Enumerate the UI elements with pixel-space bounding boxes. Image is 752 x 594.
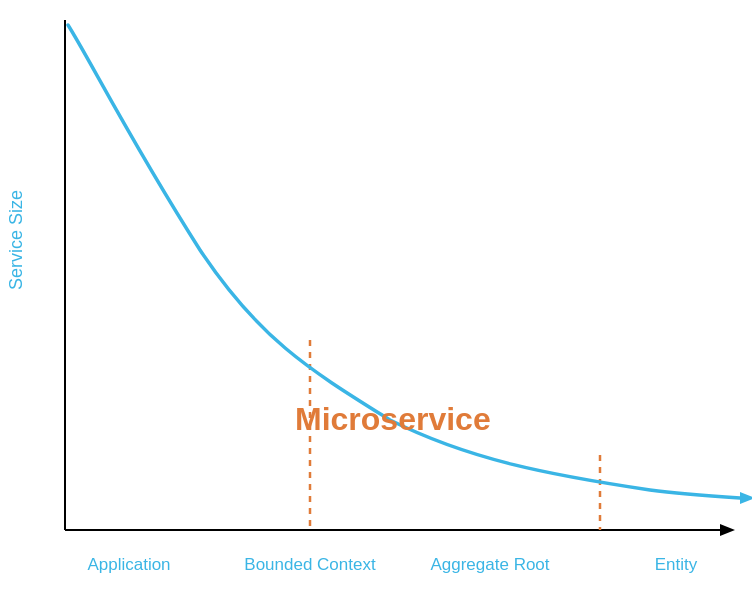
y-axis-label: Service Size <box>6 190 26 290</box>
curve-arrow <box>740 492 752 504</box>
x-label-bounded-context: Bounded Context <box>244 555 376 574</box>
x-label-application: Application <box>87 555 170 574</box>
microservice-label: Microservice <box>295 401 491 437</box>
chart-container: Service Size Application Bounded Context… <box>0 0 752 594</box>
main-chart: Service Size Application Bounded Context… <box>0 0 752 594</box>
x-label-aggregate-root: Aggregate Root <box>430 555 549 574</box>
x-axis-arrow <box>720 524 735 536</box>
x-label-entity: Entity <box>655 555 698 574</box>
